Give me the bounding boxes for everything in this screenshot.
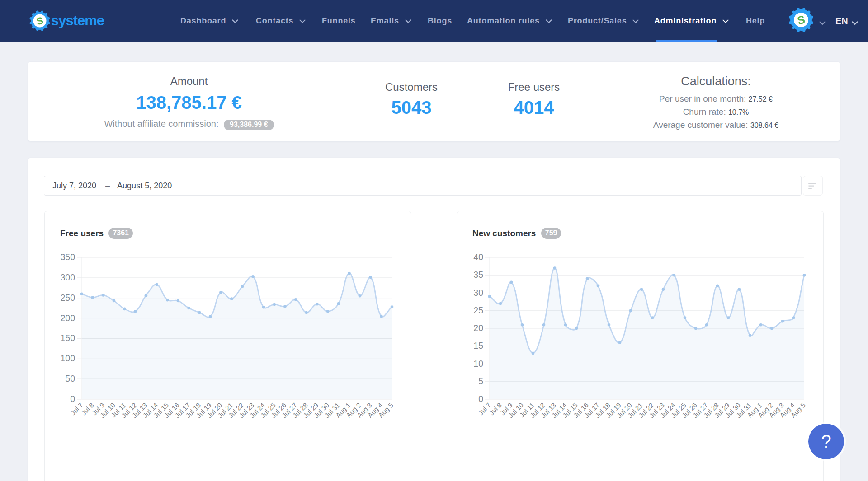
svg-text:20: 20 xyxy=(473,323,483,333)
svg-text:0: 0 xyxy=(70,394,75,404)
svg-text:30: 30 xyxy=(473,288,483,298)
svg-text:15: 15 xyxy=(473,341,483,350)
svg-text:35: 35 xyxy=(473,270,483,280)
svg-text:0: 0 xyxy=(478,394,483,404)
svg-text:300: 300 xyxy=(60,272,75,282)
svg-text:50: 50 xyxy=(65,374,75,383)
svg-text:25: 25 xyxy=(473,305,483,315)
svg-text:150: 150 xyxy=(60,333,75,343)
svg-text:5: 5 xyxy=(478,376,483,386)
svg-text:10: 10 xyxy=(473,359,483,369)
svg-text:40: 40 xyxy=(473,252,483,262)
svg-text:350: 350 xyxy=(60,252,75,262)
svg-text:100: 100 xyxy=(60,353,75,363)
svg-text:250: 250 xyxy=(60,293,75,303)
svg-text:200: 200 xyxy=(60,313,75,323)
